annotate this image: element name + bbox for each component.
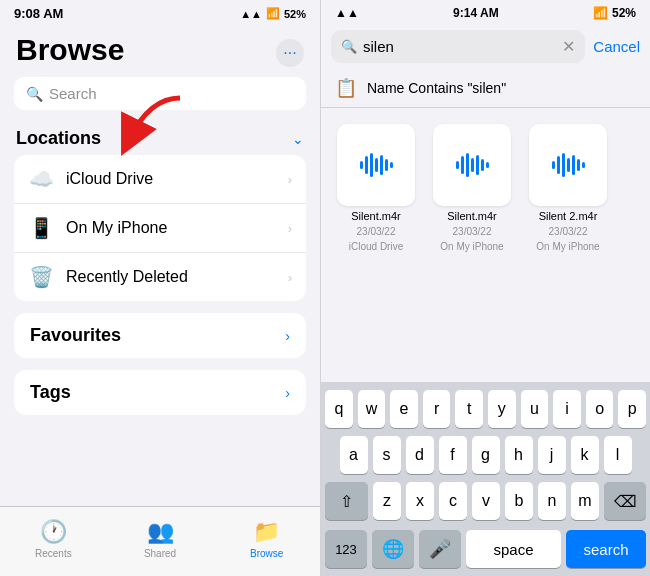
key-delete[interactable]: ⌫ xyxy=(604,482,646,520)
svg-rect-17 xyxy=(562,153,565,177)
favourites-title: Favourites xyxy=(30,325,121,346)
search-bar[interactable]: 🔍 Search xyxy=(14,77,306,110)
svg-rect-9 xyxy=(461,156,464,174)
tags-row[interactable]: Tags › xyxy=(14,370,306,415)
favourites-row[interactable]: Favourites › xyxy=(14,313,306,358)
key-e[interactable]: e xyxy=(390,390,418,428)
file-icon-wrapper-1 xyxy=(433,124,511,206)
browse-panel: 9:08 AM ▲▲ 📶 52% Browse ··· 🔍 Search Loc… xyxy=(0,0,320,576)
key-mic[interactable]: 🎤 xyxy=(419,530,461,568)
tab-bar: 🕐 Recents 👥 Shared 📁 Browse xyxy=(0,506,320,576)
browse-header: Browse ··· xyxy=(0,25,320,73)
key-n[interactable]: n xyxy=(538,482,566,520)
svg-rect-7 xyxy=(390,162,393,168)
search-input[interactable]: silen xyxy=(363,38,556,55)
search-icon: 🔍 xyxy=(26,86,43,102)
waveform-icon-0 xyxy=(358,151,394,179)
keyboard: q w e r t y u i o p a s d f g h j k xyxy=(321,382,650,576)
left-time: 9:08 AM xyxy=(14,6,63,21)
key-b[interactable]: b xyxy=(505,482,533,520)
shared-icon: 👥 xyxy=(147,519,174,545)
search-field[interactable]: 🔍 silen ✕ xyxy=(331,30,585,63)
tab-browse[interactable]: 📁 Browse xyxy=(213,519,320,565)
svg-rect-11 xyxy=(471,158,474,172)
svg-rect-21 xyxy=(582,162,585,168)
key-g[interactable]: g xyxy=(472,436,500,474)
key-shift[interactable]: ⇧ xyxy=(325,482,368,520)
key-z[interactable]: z xyxy=(373,482,401,520)
kb-bottom-row: 123 🌐 🎤 space search xyxy=(321,524,650,576)
search-keyboard-button[interactable]: search xyxy=(566,530,646,568)
recently-deleted-label: Recently Deleted xyxy=(66,268,276,286)
key-l[interactable]: l xyxy=(604,436,632,474)
battery-icon: 52% xyxy=(284,8,306,20)
file-card-1[interactable]: Silent.m4r 23/03/22 On My iPhone xyxy=(431,124,513,252)
recents-label: Recents xyxy=(35,548,72,559)
shared-label: Shared xyxy=(144,548,176,559)
key-123[interactable]: 123 xyxy=(325,530,367,568)
svg-rect-19 xyxy=(572,155,575,175)
key-p[interactable]: p xyxy=(618,390,646,428)
browse-title: Browse xyxy=(16,33,124,67)
signal-icon: ▲▲ xyxy=(240,8,262,20)
file-location-1: On My iPhone xyxy=(440,241,503,252)
kb-row-1: q w e r t y u i o p xyxy=(325,390,646,428)
key-d[interactable]: d xyxy=(406,436,434,474)
more-button[interactable]: ··· xyxy=(276,39,304,67)
locations-list: ☁️ iCloud Drive › 📱 On My iPhone › 🗑️ Re… xyxy=(14,155,306,301)
recents-icon: 🕐 xyxy=(40,519,67,545)
file-location-2: On My iPhone xyxy=(536,241,599,252)
key-i[interactable]: i xyxy=(553,390,581,428)
file-card-0[interactable]: Silent.m4r 23/03/22 iCloud Drive xyxy=(335,124,417,252)
cancel-button[interactable]: Cancel xyxy=(593,38,640,55)
tags-chevron: › xyxy=(285,385,290,401)
key-u[interactable]: u xyxy=(521,390,549,428)
recently-deleted-item[interactable]: 🗑️ Recently Deleted › xyxy=(14,253,306,301)
search-placeholder: Search xyxy=(49,85,97,102)
kb-row-2: a s d f g h j k l xyxy=(325,436,646,474)
waveform-icon-1 xyxy=(454,151,490,179)
key-s[interactable]: s xyxy=(373,436,401,474)
key-globe[interactable]: 🌐 xyxy=(372,530,414,568)
svg-rect-10 xyxy=(466,153,469,177)
locations-chevron[interactable]: ⌄ xyxy=(292,131,304,147)
tab-recents[interactable]: 🕐 Recents xyxy=(0,519,107,565)
name-contains-text: Name Contains "silen" xyxy=(367,80,506,96)
svg-rect-13 xyxy=(481,159,484,171)
key-a[interactable]: a xyxy=(340,436,368,474)
key-k[interactable]: k xyxy=(571,436,599,474)
file-card-2[interactable]: Silent 2.m4r 23/03/22 On My iPhone xyxy=(527,124,609,252)
key-r[interactable]: r xyxy=(423,390,451,428)
left-status-bar: 9:08 AM ▲▲ 📶 52% xyxy=(0,0,320,25)
key-c[interactable]: c xyxy=(439,482,467,520)
file-date-0: 23/03/22 xyxy=(357,226,396,237)
key-x[interactable]: x xyxy=(406,482,434,520)
key-o[interactable]: o xyxy=(586,390,614,428)
key-w[interactable]: w xyxy=(358,390,386,428)
svg-rect-18 xyxy=(567,158,570,172)
file-date-1: 23/03/22 xyxy=(453,226,492,237)
svg-rect-12 xyxy=(476,155,479,175)
key-t[interactable]: t xyxy=(455,390,483,428)
key-q[interactable]: q xyxy=(325,390,353,428)
trash-icon: 🗑️ xyxy=(28,265,54,289)
key-space[interactable]: space xyxy=(466,530,561,568)
key-v[interactable]: v xyxy=(472,482,500,520)
file-icon-wrapper-0 xyxy=(337,124,415,206)
icloud-drive-item[interactable]: ☁️ iCloud Drive › xyxy=(14,155,306,204)
key-m[interactable]: m xyxy=(571,482,599,520)
right-status-bar: ▲▲ 9:14 AM 📶 52% xyxy=(321,0,650,24)
svg-rect-15 xyxy=(552,161,555,169)
filter-icon: 📋 xyxy=(335,77,357,99)
on-my-iphone-item[interactable]: 📱 On My iPhone › xyxy=(14,204,306,253)
locations-title: Locations xyxy=(16,128,101,149)
svg-rect-3 xyxy=(370,153,373,177)
key-h[interactable]: h xyxy=(505,436,533,474)
search-clear-button[interactable]: ✕ xyxy=(562,37,575,56)
file-name-2: Silent 2.m4r xyxy=(539,210,598,222)
key-y[interactable]: y xyxy=(488,390,516,428)
file-location-0: iCloud Drive xyxy=(349,241,403,252)
key-j[interactable]: j xyxy=(538,436,566,474)
key-f[interactable]: f xyxy=(439,436,467,474)
tab-shared[interactable]: 👥 Shared xyxy=(107,519,214,565)
